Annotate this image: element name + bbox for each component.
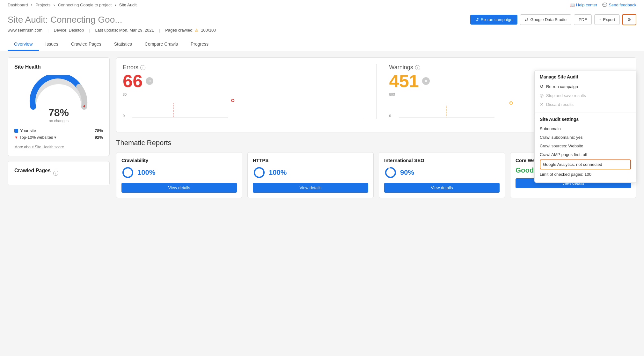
errors-label: Errors i — [123, 64, 363, 71]
dropdown-crawl-amp[interactable]: Crawl AMP pages first: off — [540, 150, 631, 159]
svg-point-10 — [386, 168, 395, 177]
https-metric: 100% — [253, 166, 368, 179]
tab-progress[interactable]: Progress — [184, 38, 215, 51]
errors-chart: 80 0 — [123, 93, 363, 118]
errors-chart-dot — [231, 99, 234, 102]
gauge-svg — [27, 75, 91, 110]
https-value: 100% — [269, 168, 287, 177]
gauge-percent: 78% — [48, 107, 69, 119]
warnings-info-icon[interactable]: i — [415, 65, 420, 70]
warnings-chart-dot — [509, 101, 513, 105]
errors-chart-bottom: 0 — [123, 114, 125, 118]
top10-value: 92% — [95, 135, 103, 140]
warnings-chart-top: 800 — [389, 93, 395, 96]
dropdown-stop: ◎ Stop and save results — [540, 91, 631, 100]
breadcrumb-dashboard[interactable]: Dashboard — [8, 3, 28, 7]
warnings-chart-bottom: 0 — [389, 114, 391, 118]
crawled-pages-info-icon[interactable]: i — [53, 171, 58, 176]
crawlability-value: 100% — [137, 168, 155, 177]
dropdown-subdomain[interactable]: Subdomain — [540, 124, 631, 133]
tab-compare-crawls[interactable]: Compare Crawls — [138, 38, 184, 51]
header-section: Site Audit: Connecting Goo... ↺ Re-run c… — [0, 10, 644, 51]
dropdown-google-analytics[interactable]: Google Analytics: not connected — [540, 159, 631, 169]
errors-value: 66 — [123, 72, 143, 90]
device-label: Device: Desktop — [54, 28, 84, 33]
rerun-dropdown-icon: ↺ — [540, 84, 544, 89]
errors-chart-svg — [132, 99, 228, 118]
crawled-pages-card: Crawled Pages i — [8, 161, 110, 185]
dropdown-crawl-sources[interactable]: Crawl sources: Website — [540, 142, 631, 150]
svg-point-6 — [123, 168, 133, 177]
gauge-text: 78% no changes — [48, 107, 69, 123]
intl-seo-value: 90% — [400, 168, 414, 177]
intl-seo-view-button[interactable]: View details — [384, 183, 500, 193]
settings-section: Site Audit settings Subdomain Crawl subd… — [535, 113, 636, 182]
nav-tabs: Overview Issues Crawled Pages Statistics… — [8, 38, 636, 51]
pdf-button[interactable]: PDF — [574, 14, 592, 25]
main-content: Site Health 78% no changes — [0, 51, 644, 242]
warnings-chart-svg — [399, 99, 494, 118]
errors-info-icon[interactable]: i — [140, 65, 145, 70]
breadcrumb-projects[interactable]: Projects — [35, 3, 50, 7]
report-international-seo: International SEO 90% View details — [379, 152, 505, 198]
meta-row: www.semrush.com | Device: Desktop | Last… — [8, 28, 636, 36]
dropdown-rerun[interactable]: ↺ Re-run campaign — [540, 82, 631, 91]
red-arrow-icon: ▼ — [14, 135, 18, 140]
manage-title: Manage Site Audit — [540, 74, 631, 79]
https-view-button[interactable]: View details — [253, 183, 368, 193]
tab-crawled-pages[interactable]: Crawled Pages — [65, 38, 108, 51]
report-https: HTTPS 100% View details — [247, 152, 374, 198]
intl-seo-circle — [384, 166, 397, 179]
page-title: Site Audit: Connecting Goo... — [8, 15, 122, 25]
site-health-card: Site Health 78% no changes — [8, 57, 110, 156]
settings-gear-button[interactable]: ⚙ — [622, 14, 636, 25]
gauge-label: no changes — [48, 119, 69, 123]
header-buttons: ↺ Re-run campaign ⇄ Google Data Studio P… — [470, 14, 636, 25]
tab-overview[interactable]: Overview — [8, 38, 39, 51]
legend-top10: ▼ Top-10% websites ▾ 92% — [14, 135, 103, 140]
warnings-badge: 0 — [422, 77, 430, 85]
dropdown-menu: Manage Site Audit ↺ Re-run campaign ◎ St… — [534, 70, 636, 183]
crawlability-view-button[interactable]: View details — [121, 183, 237, 193]
breadcrumb-current: Site Audit — [119, 3, 137, 7]
left-column: Site Health 78% no changes — [8, 57, 110, 198]
tab-issues[interactable]: Issues — [39, 38, 64, 51]
last-update-label: Last update: Mon, Mar 29, 2021 — [95, 28, 154, 33]
crawlability-title: Crawlability — [121, 158, 237, 163]
rerun-campaign-button[interactable]: ↺ Re-run campaign — [470, 15, 518, 25]
legend-your-site: Your site 78% — [14, 128, 103, 133]
top10-dropdown-icon[interactable]: ▾ — [54, 135, 56, 140]
errors-block: Errors i 66 0 80 0 — [123, 64, 363, 119]
dropdown-discard: ✕ Discard results — [540, 100, 631, 109]
export-button[interactable]: ↑ Export — [594, 14, 620, 25]
crawlability-circle — [121, 166, 134, 179]
pages-crawled-label: Pages crawled: ⚠ 100/100 — [165, 28, 216, 33]
warning-icon: ⚠ — [195, 28, 200, 33]
errors-badge: 0 — [146, 77, 153, 85]
your-site-value: 78% — [95, 128, 103, 133]
more-about-site-health-link[interactable]: More about Site Health score — [14, 145, 64, 149]
gds-icon: ⇄ — [525, 17, 528, 22]
site-health-title: Site Health — [14, 64, 103, 70]
https-title: HTTPS — [253, 158, 368, 163]
tab-statistics[interactable]: Statistics — [108, 38, 138, 51]
report-crawlability: Crawlability 100% View details — [116, 152, 242, 198]
export-icon: ↑ — [599, 17, 601, 22]
cwv-value: Good — [516, 166, 534, 174]
gauge-container: 78% no changes — [14, 75, 103, 123]
dropdown-limit[interactable]: Limit of checked pages: 100 — [540, 170, 631, 179]
send-feedback-link[interactable]: 💬 Send feedback — [602, 3, 636, 7]
crawled-pages-title: Crawled Pages — [14, 168, 51, 174]
help-center-link[interactable]: 📖 Help center — [570, 3, 597, 7]
breadcrumb-project[interactable]: Connecting Google to project — [58, 3, 112, 7]
domain-label: www.semrush.com — [8, 28, 42, 33]
gear-icon: ⚙ — [627, 17, 631, 22]
dropdown-crawl-subdomains[interactable]: Crawl subdomains: yes — [540, 133, 631, 142]
errors-value-row: 66 0 — [123, 72, 363, 90]
warnings-label: Warnings i — [389, 64, 630, 71]
top-bar: Dashboard › Projects › Connecting Google… — [0, 0, 644, 10]
book-icon: 📖 — [570, 3, 575, 7]
feedback-icon: 💬 — [602, 3, 607, 7]
google-data-studio-button[interactable]: ⇄ Google Data Studio — [520, 14, 571, 25]
top-actions: 📖 Help center 💬 Send feedback — [570, 3, 636, 7]
